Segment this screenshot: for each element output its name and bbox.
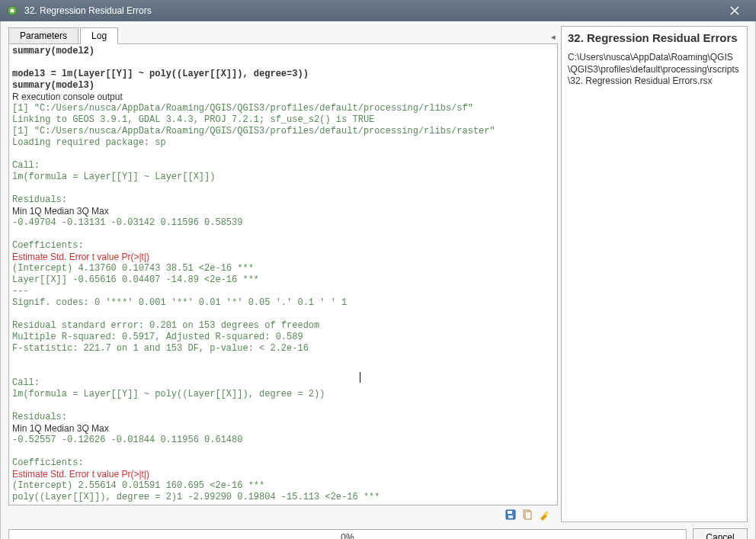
window-title: 32. Regression Residual Errors [24,5,719,16]
close-window-button[interactable] [719,0,750,21]
log-line: Multiple R-squared: 0.5917, Adjusted R-s… [12,332,557,343]
svg-point-1 [11,9,14,13]
svg-rect-5 [508,511,512,514]
log-line: poly((Layer[[X]]), degree = 2)1 -2.99290… [12,492,557,503]
log-output[interactable]: summary(model2) model3 = lm(Layer[[Y]] ~… [8,43,558,505]
cancel-button[interactable]: Cancel [693,528,748,539]
copy-log-icon[interactable] [521,509,533,521]
log-line: Coefficients: [12,240,557,252]
clear-log-icon[interactable] [538,509,550,521]
log-line [12,400,557,412]
log-line [12,309,557,320]
help-panel: 32. Regression Residual Errors C:\Users\… [561,26,748,522]
tab-log[interactable]: Log [80,27,118,44]
log-line: Residuals: [12,412,557,423]
log-line: (Intercept) 4.13760 0.10743 38.51 <2e-16… [12,263,557,274]
log-line [12,229,557,240]
svg-rect-8 [525,512,531,519]
log-line: lm(formula = Layer[[Y]] ~ Layer[[X]]) [12,172,557,183]
log-line: Layer[[X]] -0.65616 0.04407 -14.89 <2e-1… [12,274,557,286]
log-line: model3 = lm(Layer[[Y]] ~ poly((Layer[[X]… [12,69,557,80]
log-line: R execution console output [12,91,557,103]
log-line [12,446,557,457]
log-line: Call: [12,377,557,389]
script-path: C:\Users\nusca\AppData\Roaming\QGIS\QGIS… [568,52,741,88]
log-line [12,57,557,69]
log-line [12,366,557,377]
app-icon [6,5,18,17]
log-line: -0.52557 -0.12626 -0.01844 0.11956 0.614… [12,435,557,446]
log-line: Linking to GEOS 3.9.1, GDAL 3.4.3, PROJ … [12,114,557,126]
log-line: -0.49704 -0.13131 -0.03142 0.11596 0.585… [12,217,557,229]
collapse-right-panel-icon[interactable]: ◂ [549,29,558,44]
log-toolbar [8,505,558,522]
tabs: Parameters Log ◂ [8,26,558,44]
log-line: Estimate Std. Error t value Pr(>|t|) [12,252,557,263]
save-log-icon[interactable] [505,509,517,521]
log-line: [1] "C:/Users/nusca/AppData/Roaming/QGIS… [12,103,557,114]
log-line: Estimate Std. Error t value Pr(>|t|) [12,469,557,480]
svg-rect-6 [508,515,513,518]
log-line: Coefficients: [12,457,557,469]
log-line: --- [12,286,557,297]
log-line: summary(model2) [12,46,557,57]
progress-percent: 0% [341,532,354,540]
help-title: 32. Regression Residual Errors [568,31,741,44]
log-line: F-statistic: 221.7 on 1 and 153 DF, p-va… [12,343,557,355]
progress-bar: 0% [8,529,687,540]
log-line: (Intercept) 2.55614 0.01591 160.695 <2e-… [12,480,557,492]
log-line: Min 1Q Median 3Q Max [12,206,557,217]
log-line: Residuals: [12,194,557,206]
titlebar: 32. Regression Residual Errors [0,0,756,21]
log-line: lm(formula = Layer[[Y]] ~ poly((Layer[[X… [12,389,557,400]
log-line: Signif. codes: 0 '***' 0.001 '**' 0.01 '… [12,297,557,309]
log-line [12,149,557,160]
log-line: Loading required package: sp [12,137,557,149]
log-line [12,355,557,366]
log-line: Residual standard error: 0.201 on 153 de… [12,320,557,332]
tab-parameters[interactable]: Parameters [8,27,78,44]
log-line [12,183,557,194]
log-line: Min 1Q Median 3Q Max [12,423,557,435]
log-line: Call: [12,160,557,172]
log-line: summary(model3) [12,80,557,91]
log-line: [1] "C:/Users/nusca/AppData/Roaming/QGIS… [12,126,557,137]
